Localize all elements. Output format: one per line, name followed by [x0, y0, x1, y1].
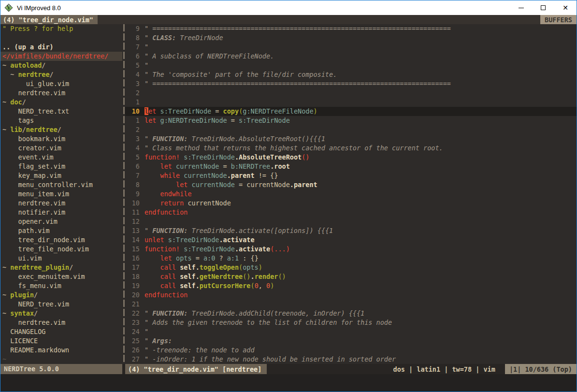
- tree-item[interactable]: opener.vim: [0, 217, 122, 226]
- code-line[interactable]: 6" A subclass of NERDTreeFileNode.: [125, 52, 577, 61]
- token-f: copy: [223, 107, 239, 115]
- tree-item[interactable]: nerdtree.vim: [0, 318, 122, 327]
- code-line[interactable]: 11endfunction: [125, 208, 577, 217]
- editor-statusline: (4) "tree_dir_node.vim" [nerdtree] dos |…: [125, 364, 577, 374]
- code-line[interactable]: 14unlet s:TreeDirNode.activate: [125, 235, 577, 245]
- tree-item[interactable]: creator.vim: [0, 144, 122, 153]
- tree-root-path[interactable]: </vimfiles/bundle/nerdtree/: [0, 52, 122, 61]
- code-line[interactable]: 2: [125, 88, 577, 98]
- code-line[interactable]: 6 let currentNode = b:NERDTree.root: [125, 162, 577, 171]
- tree-item[interactable]: bookmark.vim: [0, 134, 122, 144]
- tree-item[interactable]: NERD_tree.vim: [0, 300, 122, 309]
- tree-item[interactable]: " Press ? for help: [0, 24, 122, 33]
- code-line[interactable]: 25" Args:: [125, 336, 577, 346]
- close-button[interactable]: ✕: [554, 0, 577, 15]
- maximize-button[interactable]: [532, 0, 554, 15]
- tree-item[interactable]: tags: [0, 116, 122, 125]
- window-title: Vi IMproved 8.0: [17, 4, 61, 12]
- code-line[interactable]: 24": [125, 327, 577, 336]
- tree-item[interactable]: [0, 33, 122, 43]
- code-line[interactable]: 21: [125, 300, 577, 309]
- code-line[interactable]: 3" FUNCTION: TreeDirNode.AbsoluteTreeRoo…: [125, 134, 577, 144]
- tree-item[interactable]: ~ lib/nerdtree/: [0, 125, 122, 134]
- tree-item[interactable]: path.vim: [0, 226, 122, 235]
- tree-item[interactable]: flag_set.vim: [0, 162, 122, 171]
- code-line[interactable]: 17 call self.toggleOpen(opts): [125, 263, 577, 272]
- code-line[interactable]: 27" -inOrder: 1 if the new node should b…: [125, 355, 577, 364]
- token-c: " A subclass of NERDTreeFileNode.: [144, 52, 274, 60]
- minimize-button[interactable]: [510, 0, 532, 15]
- token-cb: FUNCTION:: [152, 135, 188, 143]
- code-line[interactable]: 23" Adds the given treenode to the list …: [125, 318, 577, 327]
- token-p: = currentNode: [235, 181, 290, 189]
- statusline-filename: (4) "tree_dir_node.vim" [nerdtree]: [125, 364, 267, 374]
- token-k: let: [144, 116, 156, 124]
- tree-item[interactable]: .. (up a dir): [0, 43, 122, 52]
- code-line[interactable]: 12: [125, 217, 577, 226]
- tree-item[interactable]: event.vim: [0, 153, 122, 162]
- tab-tree-dir-node[interactable]: (4) "tree_dir_node.vim": [0, 15, 98, 24]
- line-text: [144, 217, 577, 226]
- code-line[interactable]: 9" =====================================…: [125, 24, 577, 33]
- code-line[interactable]: 20endfunction: [125, 290, 577, 300]
- tree-item[interactable]: ~ syntax/: [0, 309, 122, 318]
- tree-item[interactable]: ~ doc/: [0, 98, 122, 107]
- tree-item[interactable]: fs_menu.vim: [0, 281, 122, 290]
- code-line[interactable]: 9 endwhile: [125, 189, 577, 199]
- tree-item[interactable]: NERD_tree.txt: [0, 107, 122, 116]
- tree-item[interactable]: CHANGELOG: [0, 327, 122, 336]
- code-line[interactable]: 4" Class method that returns the highest…: [125, 144, 577, 153]
- code-line[interactable]: 15function! s:TreeDirNode.activate(...): [125, 245, 577, 254]
- tree-item[interactable]: menu_controller.vim: [0, 180, 122, 189]
- code-line[interactable]: 7 while currentNode.parent != {}: [125, 171, 577, 180]
- code-line-current[interactable]: 10let s:TreeDirNode = copy(g:NERDTreeFil…: [125, 107, 577, 116]
- code-line[interactable]: 8" CLASS: TreeDirNode: [125, 33, 577, 43]
- tab-line: (4) "tree_dir_node.vim" BUFFERS: [0, 15, 577, 24]
- line-number: 8: [125, 33, 140, 43]
- code-line[interactable]: 18 call self.getNerdtree().render(): [125, 272, 577, 281]
- tree-item[interactable]: exec_menuitem.vim: [0, 272, 122, 281]
- tree-item[interactable]: ui.vim: [0, 254, 122, 263]
- token-p: =: [227, 116, 239, 124]
- code-line[interactable]: 16 let opts = a:0 ? a:1 : {}: [125, 254, 577, 263]
- code-line[interactable]: 2: [125, 125, 577, 134]
- code-line[interactable]: 7": [125, 43, 577, 52]
- code-line[interactable]: 1let g:NERDTreeDirNode = s:TreeDirNode: [125, 116, 577, 125]
- tree-item[interactable]: menu_item.vim: [0, 189, 122, 199]
- tree-item[interactable]: ui_glue.vim: [0, 79, 122, 88]
- tree-item[interactable]: tree_dir_node.vim: [0, 235, 122, 245]
- code-line[interactable]: 19 call self.putCursorHere(0, 0): [125, 281, 577, 290]
- code-line[interactable]: 22" FUNCTION: TreeDirNode.addChild(treen…: [125, 309, 577, 318]
- tree-item[interactable]: ~ nerdtree/: [0, 70, 122, 79]
- tree-item[interactable]: LICENCE: [0, 336, 122, 346]
- token-p: [176, 263, 180, 271]
- code-line[interactable]: 3" =====================================…: [125, 79, 577, 88]
- token-dir: nerdtree_plugin: [10, 263, 69, 271]
- command-line[interactable]: [0, 374, 577, 392]
- code-line[interactable]: 4" The 'composite' part of the file/dir …: [125, 70, 577, 79]
- tree-item[interactable]: key_map.vim: [0, 171, 122, 180]
- code-line[interactable]: 13" FUNCTION: TreeDirNode.activate([opti…: [125, 226, 577, 235]
- code-line[interactable]: 26" -treenode: the node to add: [125, 346, 577, 355]
- tree-item[interactable]: nerdtree.vim: [0, 199, 122, 208]
- line-text: call self.getNerdtree().render(): [144, 272, 577, 281]
- tree-item[interactable]: tree_file_node.vim: [0, 245, 122, 254]
- tree-item[interactable]: nerdtree.vim: [0, 88, 122, 98]
- code-line[interactable]: 5": [125, 61, 577, 70]
- token-tilde: ~: [2, 291, 10, 299]
- tree-item[interactable]: ~ autoload/: [0, 61, 122, 70]
- token-k: endfunction: [144, 291, 188, 299]
- tree-item[interactable]: README.markdown: [0, 346, 122, 355]
- code-line[interactable]: 1: [125, 98, 577, 107]
- token-c: ": [144, 43, 148, 51]
- tree-item[interactable]: notifier.vim: [0, 208, 122, 217]
- code-line[interactable]: 8 let currentNode = currentNode.parent: [125, 180, 577, 189]
- token-i: s:TreeDirNode: [184, 153, 235, 161]
- code-line[interactable]: 10 return currentNode: [125, 199, 577, 208]
- token-tilde: ~: [10, 71, 18, 78]
- code-line[interactable]: 5function! s:TreeDirNode.AbsoluteTreeRoo…: [125, 153, 577, 162]
- tree-item[interactable]: ~ plugin/: [0, 290, 122, 300]
- tree-item[interactable]: ~ nerdtree_plugin/: [0, 263, 122, 272]
- tree-item[interactable]: ~: [0, 355, 122, 364]
- token-dir: plugin: [10, 291, 34, 299]
